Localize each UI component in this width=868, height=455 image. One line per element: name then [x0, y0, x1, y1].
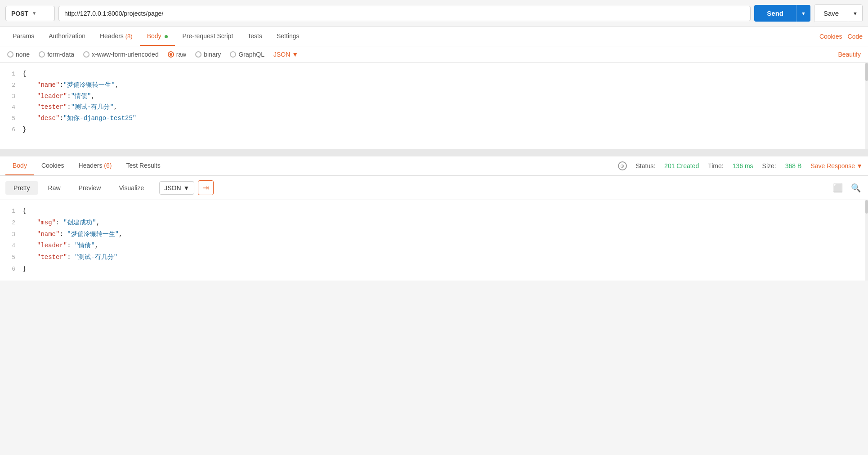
option-form-data[interactable]: form-data — [39, 51, 74, 58]
search-icon[interactable]: 🔍 — [849, 181, 863, 195]
req-line-2: 2 "name":"梦偏冷辗转一生", — [0, 80, 868, 91]
wrap-button[interactable]: ⇥ — [198, 180, 214, 195]
fmt-tab-raw[interactable]: Raw — [40, 181, 69, 195]
option-graphql-label: GraphQL — [238, 51, 264, 58]
resp-tab-headers[interactable]: Headers (6) — [72, 156, 119, 175]
option-binary-label: binary — [204, 51, 221, 58]
resp-line-2: 2 "msg": "创建成功", — [0, 217, 868, 229]
option-none[interactable]: none — [7, 51, 30, 58]
radio-urlencoded — [83, 51, 89, 58]
req-scrollbar-thumb[interactable] — [865, 63, 868, 81]
method-select[interactable]: POST ▼ — [5, 6, 55, 21]
resp-line-5: 5 "tester": "测试-有几分" — [0, 252, 868, 263]
radio-raw — [168, 51, 174, 58]
size-label: Size: — [762, 162, 776, 170]
option-raw-label: raw — [176, 51, 187, 58]
response-tabs: Body Cookies Headers (6) Test Results ⊕ … — [0, 156, 868, 176]
resp-tab-test-results[interactable]: Test Results — [119, 156, 167, 175]
resp-line-3: 3 "name": "梦偏冷辗转一生", — [0, 229, 868, 241]
fmt-tab-pretty[interactable]: Pretty — [5, 181, 38, 195]
wrap-icon: ⇥ — [203, 183, 209, 192]
fmt-tab-preview[interactable]: Preview — [71, 181, 109, 195]
option-none-label: none — [16, 51, 30, 58]
save-button[interactable]: Save — [814, 5, 848, 22]
send-dropdown-arrow[interactable]: ▼ — [796, 5, 810, 22]
cookies-link[interactable]: Cookies — [819, 33, 842, 40]
radio-form-data — [39, 51, 45, 58]
method-label: POST — [11, 10, 28, 17]
status-value: 201 Created — [664, 162, 699, 170]
send-button-group: Send ▼ — [754, 5, 810, 22]
save-response-button[interactable]: Save Response ▼ — [810, 162, 863, 170]
time-label: Time: — [708, 162, 723, 170]
tab-params[interactable]: Params — [5, 27, 41, 46]
save-response-label: Save Response — [810, 162, 855, 170]
format-tabs-right: ⬜ 🔍 — [831, 181, 863, 195]
send-button[interactable]: Send — [754, 5, 796, 22]
resp-line-4: 4 "leader": "情债", — [0, 240, 868, 252]
json-type-label: JSON — [273, 51, 290, 58]
globe-icon: ⊕ — [618, 161, 627, 170]
copy-icon[interactable]: ⬜ — [831, 181, 845, 195]
tab-settings[interactable]: Settings — [269, 27, 307, 46]
radio-none — [7, 51, 13, 58]
resp-json-dropdown[interactable]: JSON ▼ — [159, 181, 194, 195]
body-dot — [165, 35, 168, 38]
req-scrollbar-track — [865, 63, 868, 149]
radio-graphql — [230, 51, 236, 58]
req-line-4: 4 "tester":"测试-有几分", — [0, 102, 868, 113]
resp-headers-badge: (6) — [104, 162, 112, 169]
response-body-editor: 1 { 2 "msg": "创建成功", 3 "name": "梦偏冷辗转一生"… — [0, 200, 868, 281]
option-form-data-label: form-data — [47, 51, 74, 58]
body-options: none form-data x-www-form-urlencoded raw… — [0, 46, 868, 63]
option-graphql[interactable]: GraphQL — [230, 51, 264, 58]
resp-tab-cookies[interactable]: Cookies — [34, 156, 72, 175]
option-urlencoded[interactable]: x-www-form-urlencoded — [83, 51, 159, 58]
response-section: Body Cookies Headers (6) Test Results ⊕ … — [0, 156, 868, 281]
json-type-dropdown[interactable]: JSON ▼ — [273, 51, 298, 58]
req-line-6: 6 } — [0, 124, 868, 135]
request-tabs: Params Authorization Headers (8) Body Pr… — [0, 27, 868, 46]
time-value: 136 ms — [733, 162, 753, 170]
headers-badge: (8) — [125, 33, 133, 40]
size-value: 368 B — [785, 162, 802, 170]
resp-line-6: 6 } — [0, 263, 868, 275]
resp-tab-body[interactable]: Body — [5, 156, 34, 175]
response-status: ⊕ Status: 201 Created Time: 136 ms Size:… — [618, 161, 863, 170]
beautify-button[interactable]: Beautify — [838, 51, 861, 58]
method-chevron-icon: ▼ — [32, 11, 49, 16]
resp-json-chevron: ▼ — [183, 184, 190, 192]
save-button-group: Save ▼ — [814, 4, 863, 22]
option-binary[interactable]: binary — [195, 51, 221, 58]
tab-right-links: Cookies Code — [819, 33, 863, 40]
url-input[interactable] — [58, 6, 751, 21]
section-divider — [0, 153, 868, 156]
req-line-3: 3 "leader":"情债", — [0, 91, 868, 102]
tab-body[interactable]: Body — [140, 27, 175, 46]
tab-authorization[interactable]: Authorization — [41, 27, 93, 46]
resp-scrollbar-thumb[interactable] — [865, 200, 868, 214]
fmt-tab-visualize[interactable]: Visualize — [111, 181, 152, 195]
tab-tests[interactable]: Tests — [240, 27, 269, 46]
status-label: Status: — [636, 162, 656, 170]
save-dropdown-arrow[interactable]: ▼ — [848, 5, 862, 22]
resp-json-label: JSON — [164, 184, 181, 192]
resp-line-1: 1 { — [0, 205, 868, 217]
resp-scrollbar-track — [865, 200, 868, 281]
format-tabs: Pretty Raw Preview Visualize JSON ▼ ⇥ ⬜ … — [0, 176, 868, 200]
tab-headers[interactable]: Headers (8) — [93, 27, 140, 46]
request-body-editor[interactable]: 1 { 2 "name":"梦偏冷辗转一生", 3 "leader":"情债",… — [0, 63, 868, 153]
url-bar: POST ▼ Send ▼ Save ▼ — [0, 0, 868, 27]
req-line-1: 1 { — [0, 68, 868, 80]
tab-pre-request[interactable]: Pre-request Script — [175, 27, 240, 46]
code-link[interactable]: Code — [848, 33, 863, 40]
json-dropdown-chevron: ▼ — [292, 51, 298, 58]
radio-binary — [195, 51, 201, 58]
option-urlencoded-label: x-www-form-urlencoded — [92, 51, 159, 58]
req-line-5: 5 "desc":"如你-django-test25" — [0, 113, 868, 124]
option-raw[interactable]: raw — [168, 51, 187, 58]
save-response-arrow: ▼ — [856, 162, 863, 170]
